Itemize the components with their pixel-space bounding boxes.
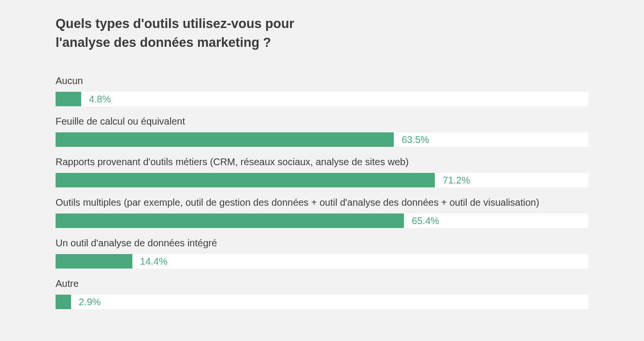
bar-value: 14.4% [140, 256, 168, 267]
bar-value: 71.2% [443, 175, 470, 186]
bar-track: 14.4% [56, 254, 588, 269]
bar-track: 71.2% [56, 173, 588, 187]
bar-row: Autre 2.9% [56, 277, 588, 309]
bar-fill [56, 295, 71, 309]
bar-row: Feuille de calcul ou équivalent 63.5% [56, 115, 588, 147]
chart-container: Quels types d'outils utilisez-vous pour … [0, 0, 644, 341]
bar-value: 65.4% [412, 215, 439, 227]
bar-track: 2.9% [56, 295, 588, 309]
bar-fill [56, 173, 435, 187]
bar-fill [56, 92, 81, 106]
bar-row: Rapports provenant d'outils métiers (CRM… [56, 156, 588, 187]
bar-track: 4.8% [56, 92, 588, 106]
bar-label: Rapports provenant d'outils métiers (CRM… [56, 156, 588, 168]
bar-label: Feuille de calcul ou équivalent [56, 115, 588, 128]
bar-label: Aucun [56, 74, 588, 87]
bar-track: 65.4% [56, 213, 588, 228]
chart-title: Quels types d'outils utilisez-vous pour … [56, 14, 326, 52]
bar-value: 4.8% [89, 94, 111, 105]
bar-row: Aucun 4.8% [56, 74, 588, 106]
bar-label: Outils multiples (par exemple, outil de … [56, 196, 588, 209]
bar-label: Un outil d'analyse de données intégré [56, 237, 588, 249]
bar-value: 63.5% [401, 134, 429, 145]
bar-row: Un outil d'analyse de données intégré 14… [56, 237, 588, 269]
bar-fill [56, 132, 394, 147]
bar-fill [56, 213, 404, 228]
bar-value: 2.9% [79, 297, 101, 308]
bar-fill [56, 254, 132, 269]
bar-label: Autre [56, 277, 588, 290]
bar-track: 63.5% [56, 132, 588, 147]
bar-row: Outils multiples (par exemple, outil de … [56, 196, 588, 228]
